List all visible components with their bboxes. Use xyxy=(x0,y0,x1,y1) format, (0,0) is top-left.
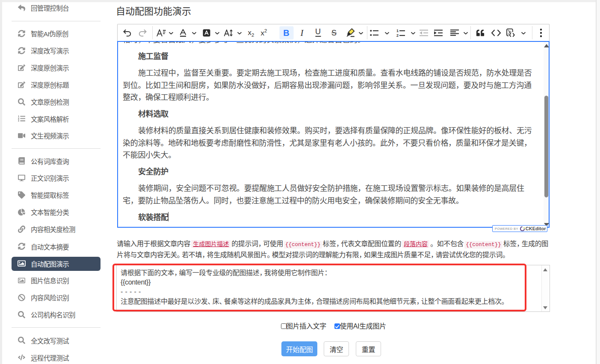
svg-text:1: 1 xyxy=(396,29,399,33)
svg-text:2: 2 xyxy=(396,33,399,37)
